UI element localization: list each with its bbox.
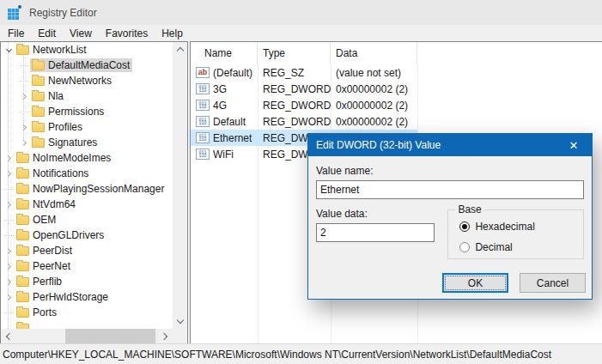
radio-button-icon[interactable] — [459, 242, 470, 252]
ok-button[interactable]: OK — [442, 273, 508, 293]
folder-icon — [16, 246, 29, 256]
radio-button-icon[interactable] — [459, 221, 470, 232]
tree-item-Ports[interactable]: Ports — [1, 305, 173, 320]
selected-key-path: Computer\HKEY_LOCAL_MACHINE\SOFTWARE\Mic… — [3, 349, 551, 361]
radio-label: Hexadecimal — [475, 221, 534, 233]
scroll-up-icon[interactable] — [173, 42, 187, 57]
value-name-cell: ab(Default) — [191, 67, 258, 79]
tree-item-Profiles[interactable]: Profiles — [1, 119, 173, 135]
tree-item-Perflib[interactable]: Perflib — [1, 274, 173, 289]
tree-item-label: PeerDist — [33, 245, 72, 257]
chevron-right-icon[interactable] — [3, 243, 15, 258]
tree-vertical-scrollbar[interactable] — [173, 42, 187, 329]
tree-item-NetworkList[interactable]: NetworkList — [1, 42, 173, 58]
tree-item-OpenGLDrivers[interactable]: OpenGLDrivers — [1, 228, 173, 243]
tree-node: DefaultMediaCost — [30, 58, 132, 72]
menu-edit[interactable]: Edit — [31, 26, 63, 41]
cancel-button[interactable]: Cancel — [520, 273, 586, 293]
column-header-type[interactable]: Type — [258, 42, 331, 64]
value-row-3g[interactable]: 0111103GREG_DWORD0x00000002 (2) — [191, 81, 602, 97]
window-title: Registry Editor — [29, 7, 97, 19]
value-name-cell: 0111103G — [191, 83, 258, 95]
chevron-right-icon[interactable] — [3, 289, 15, 305]
dword-value-icon: 011110 — [196, 132, 210, 143]
chevron-right-icon[interactable] — [3, 258, 15, 274]
dword-value-icon: 011110 — [196, 149, 210, 160]
dialog-title-bar[interactable]: Edit DWORD (32-bit) Value ✕ — [308, 134, 592, 156]
folder-icon — [16, 262, 29, 271]
value-row-default[interactable]: 011110DefaultREG_DWORD0x00000002 (2) — [191, 113, 602, 130]
scroll-down-icon[interactable] — [173, 314, 187, 329]
radio-option-decimal[interactable]: Decimal — [459, 241, 583, 253]
chevron-right-icon[interactable] — [3, 197, 15, 212]
tree-item-clipped[interactable] — [1, 320, 173, 329]
folder-icon — [16, 308, 29, 318]
chevron-right-icon[interactable] — [3, 274, 15, 289]
chevron-down-icon[interactable] — [3, 42, 15, 58]
dword-value-icon: 011110 — [196, 100, 210, 111]
tree-item-NtVdm64[interactable]: NtVdm64 — [1, 197, 173, 212]
tree-item-Nla[interactable]: Nla — [1, 88, 173, 104]
close-icon[interactable]: ✕ — [556, 134, 592, 156]
tree-node: NewNetworks — [30, 74, 114, 88]
dword-value-icon: 011110 — [196, 116, 210, 127]
column-header-data[interactable]: Data — [331, 42, 417, 64]
menu-file[interactable]: File — [1, 26, 31, 41]
menu-favorites[interactable]: Favorites — [99, 26, 155, 41]
tree-item-Notifications[interactable]: Notifications — [1, 166, 173, 181]
value-row-default[interactable]: ab(Default)REG_SZ(value not set) — [191, 64, 602, 81]
folder-icon — [32, 76, 45, 86]
value-data-label: Value data: — [316, 208, 435, 220]
scroll-right-icon[interactable] — [158, 329, 173, 343]
base-radio-list: HexadecimalDecimal — [448, 221, 583, 253]
menu-view[interactable]: View — [63, 26, 99, 41]
tree-node: PeerDist — [15, 244, 75, 258]
tree-item-PerHwIdStorage[interactable]: PerHwIdStorage — [1, 289, 173, 305]
tree-item-DefaultMediaCost[interactable]: DefaultMediaCost — [1, 58, 173, 73]
tree-item-NoImeModeImes[interactable]: NoImeModeImes — [1, 150, 173, 166]
scrollbar-thumb[interactable] — [65, 329, 155, 343]
tree-item-Signatures[interactable]: Signatures — [1, 135, 173, 150]
chevron-right-icon[interactable] — [18, 88, 30, 104]
chevron-right-icon[interactable] — [18, 135, 30, 150]
dialog-title: Edit DWORD (32-bit) Value — [316, 139, 441, 151]
tree-horizontal-scrollbar[interactable] — [1, 329, 173, 343]
tree-node: Ports — [15, 306, 59, 319]
title-bar: Registry Editor — [0, 0, 602, 25]
scroll-left-icon[interactable] — [1, 329, 15, 343]
value-name-cell: 011110Default — [191, 116, 258, 128]
tree-item-label: Signatures — [48, 136, 97, 149]
tree-node: Perflib — [15, 275, 64, 288]
chevron-right-icon[interactable] — [3, 166, 15, 181]
tree-item-OEM[interactable]: OEM — [1, 212, 173, 228]
value-name-text: 4G — [213, 100, 227, 112]
radio-option-hexadecimal[interactable]: Hexadecimal — [459, 221, 583, 233]
tree-item-PeerNet[interactable]: PeerNet — [1, 258, 173, 274]
base-groupbox-label: Base — [455, 203, 483, 215]
value-name-cell: 011110Ethernet — [191, 132, 258, 144]
chevron-right-icon[interactable] — [18, 119, 30, 135]
menu-help[interactable]: Help — [155, 26, 190, 41]
tree-connector — [3, 181, 15, 197]
value-name-label: Value name: — [316, 165, 584, 177]
column-header-name[interactable]: Name — [191, 42, 258, 64]
tree-node: NowPlayingSessionManager — [15, 182, 167, 196]
value-data-input[interactable] — [316, 223, 435, 242]
value-name-input[interactable] — [316, 180, 584, 199]
column-header-filler — [417, 42, 602, 64]
tree-node: Profiles — [30, 120, 85, 134]
tree-connector — [3, 228, 15, 243]
chevron-right-icon[interactable] — [3, 150, 15, 166]
value-type-cell: REG_DWORD — [258, 116, 331, 128]
folder-icon — [16, 200, 29, 209]
value-row-4g[interactable]: 0111104GREG_DWORD0x00000002 (2) — [191, 97, 602, 113]
tree-item-Permissions[interactable]: Permissions — [1, 104, 173, 119]
tree-item-NewNetworks[interactable]: NewNetworks — [1, 73, 173, 88]
value-data-cell: 0x00000002 (2) — [331, 83, 417, 95]
value-data-cell: (value not set) — [331, 67, 417, 79]
tree-item-label: NoImeModeImes — [33, 152, 111, 164]
tree-item-PeerDist[interactable]: PeerDist — [1, 243, 173, 258]
tree-item-NowPlayingSessionManager[interactable]: NowPlayingSessionManager — [1, 181, 173, 197]
folder-icon — [16, 293, 29, 302]
tree-node: OpenGLDrivers — [15, 228, 106, 242]
